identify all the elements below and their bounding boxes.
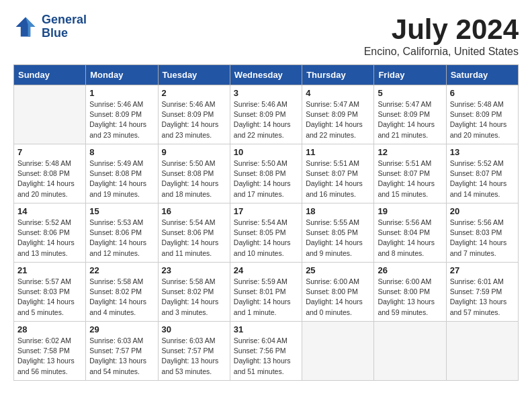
day-number: 16	[162, 206, 226, 216]
calendar-cell: 12Sunrise: 5:51 AM Sunset: 8:07 PM Dayli…	[374, 144, 446, 203]
day-number: 15	[89, 206, 154, 216]
calendar-cell: 31Sunrise: 6:04 AM Sunset: 7:56 PM Dayli…	[230, 322, 302, 381]
calendar-cell: 19Sunrise: 5:56 AM Sunset: 8:04 PM Dayli…	[374, 203, 446, 263]
calendar-cell: 23Sunrise: 5:58 AM Sunset: 8:02 PM Dayli…	[158, 263, 230, 322]
day-info: Sunrise: 5:47 AM Sunset: 8:09 PM Dayligh…	[378, 99, 442, 140]
week-row-4: 21Sunrise: 5:57 AM Sunset: 8:03 PM Dayli…	[14, 263, 519, 322]
day-info: Sunrise: 5:52 AM Sunset: 8:07 PM Dayligh…	[450, 158, 515, 199]
calendar-cell: 4Sunrise: 5:47 AM Sunset: 8:09 PM Daylig…	[302, 85, 374, 144]
day-number: 26	[378, 265, 442, 275]
calendar-cell: 10Sunrise: 5:50 AM Sunset: 8:08 PM Dayli…	[230, 144, 302, 203]
day-number: 3	[234, 88, 298, 98]
day-number: 31	[234, 324, 298, 334]
day-number: 18	[306, 206, 370, 216]
calendar-cell: 25Sunrise: 6:00 AM Sunset: 8:00 PM Dayli…	[302, 263, 374, 322]
weekday-header-tuesday: Tuesday	[158, 65, 230, 85]
day-number: 27	[450, 265, 515, 275]
day-info: Sunrise: 5:50 AM Sunset: 8:08 PM Dayligh…	[162, 158, 226, 199]
weekday-header-monday: Monday	[86, 65, 158, 85]
day-number: 21	[17, 265, 82, 275]
day-info: Sunrise: 5:48 AM Sunset: 8:09 PM Dayligh…	[450, 99, 515, 140]
calendar: SundayMondayTuesdayWednesdayThursdayFrid…	[13, 64, 519, 381]
weekday-header-wednesday: Wednesday	[230, 65, 302, 85]
week-row-3: 14Sunrise: 5:52 AM Sunset: 8:06 PM Dayli…	[14, 203, 519, 263]
day-info: Sunrise: 5:53 AM Sunset: 8:06 PM Dayligh…	[89, 218, 154, 259]
day-info: Sunrise: 5:55 AM Sunset: 8:05 PM Dayligh…	[306, 218, 370, 259]
calendar-cell: 30Sunrise: 6:03 AM Sunset: 7:57 PM Dayli…	[158, 322, 230, 381]
day-info: Sunrise: 5:54 AM Sunset: 8:06 PM Dayligh…	[162, 218, 226, 259]
day-info: Sunrise: 6:00 AM Sunset: 8:00 PM Dayligh…	[378, 277, 442, 318]
location: Encino, California, United States	[364, 46, 519, 58]
day-info: Sunrise: 6:01 AM Sunset: 7:59 PM Dayligh…	[450, 277, 515, 318]
day-info: Sunrise: 5:57 AM Sunset: 8:03 PM Dayligh…	[17, 277, 82, 318]
day-info: Sunrise: 5:59 AM Sunset: 8:01 PM Dayligh…	[234, 277, 298, 318]
calendar-cell: 24Sunrise: 5:59 AM Sunset: 8:01 PM Dayli…	[230, 263, 302, 322]
day-number: 22	[89, 265, 154, 275]
day-info: Sunrise: 6:00 AM Sunset: 8:00 PM Dayligh…	[306, 277, 370, 318]
day-number: 8	[89, 147, 154, 157]
day-info: Sunrise: 5:51 AM Sunset: 8:07 PM Dayligh…	[306, 158, 370, 199]
day-number: 28	[17, 324, 82, 334]
month-title: July 2024	[364, 13, 519, 46]
calendar-cell: 20Sunrise: 5:56 AM Sunset: 8:03 PM Dayli…	[446, 203, 518, 263]
week-row-1: 1Sunrise: 5:46 AM Sunset: 8:09 PM Daylig…	[14, 85, 519, 144]
calendar-cell: 13Sunrise: 5:52 AM Sunset: 8:07 PM Dayli…	[446, 144, 518, 203]
day-info: Sunrise: 5:58 AM Sunset: 8:02 PM Dayligh…	[89, 277, 154, 318]
calendar-cell: 22Sunrise: 5:58 AM Sunset: 8:02 PM Dayli…	[86, 263, 158, 322]
day-number: 7	[17, 147, 82, 157]
calendar-cell: 11Sunrise: 5:51 AM Sunset: 8:07 PM Dayli…	[302, 144, 374, 203]
day-info: Sunrise: 5:56 AM Sunset: 8:04 PM Dayligh…	[378, 218, 442, 259]
day-info: Sunrise: 5:52 AM Sunset: 8:06 PM Dayligh…	[17, 218, 82, 259]
day-number: 30	[162, 324, 226, 334]
day-info: Sunrise: 5:46 AM Sunset: 8:09 PM Dayligh…	[162, 99, 226, 140]
calendar-cell: 3Sunrise: 5:46 AM Sunset: 8:09 PM Daylig…	[230, 85, 302, 144]
calendar-cell: 26Sunrise: 6:00 AM Sunset: 8:00 PM Dayli…	[374, 263, 446, 322]
weekday-header-sunday: Sunday	[14, 65, 86, 85]
day-number: 6	[450, 88, 515, 98]
calendar-cell: 29Sunrise: 6:03 AM Sunset: 7:57 PM Dayli…	[86, 322, 158, 381]
calendar-cell: 8Sunrise: 5:49 AM Sunset: 8:08 PM Daylig…	[86, 144, 158, 203]
day-info: Sunrise: 5:58 AM Sunset: 8:02 PM Dayligh…	[162, 277, 226, 318]
calendar-cell	[446, 322, 518, 381]
day-info: Sunrise: 5:46 AM Sunset: 8:09 PM Dayligh…	[89, 99, 154, 140]
logo: General Blue	[13, 13, 87, 40]
weekday-header-thursday: Thursday	[302, 65, 374, 85]
day-info: Sunrise: 5:47 AM Sunset: 8:09 PM Dayligh…	[306, 99, 370, 140]
calendar-cell: 21Sunrise: 5:57 AM Sunset: 8:03 PM Dayli…	[14, 263, 86, 322]
day-number: 14	[17, 206, 82, 216]
title-block: July 2024 Encino, California, United Sta…	[364, 13, 519, 58]
day-number: 9	[162, 147, 226, 157]
day-number: 4	[306, 88, 370, 98]
day-number: 20	[450, 206, 515, 216]
calendar-cell: 9Sunrise: 5:50 AM Sunset: 8:08 PM Daylig…	[158, 144, 230, 203]
calendar-cell	[374, 322, 446, 381]
calendar-cell: 28Sunrise: 6:02 AM Sunset: 7:58 PM Dayli…	[14, 322, 86, 381]
day-number: 12	[378, 147, 442, 157]
calendar-cell: 14Sunrise: 5:52 AM Sunset: 8:06 PM Dayli…	[14, 203, 86, 263]
day-number: 11	[306, 147, 370, 157]
day-number: 23	[162, 265, 226, 275]
calendar-cell	[14, 85, 86, 144]
calendar-cell: 5Sunrise: 5:47 AM Sunset: 8:09 PM Daylig…	[374, 85, 446, 144]
day-number: 17	[234, 206, 298, 216]
day-number: 25	[306, 265, 370, 275]
day-info: Sunrise: 5:49 AM Sunset: 8:08 PM Dayligh…	[89, 158, 154, 199]
day-info: Sunrise: 5:56 AM Sunset: 8:03 PM Dayligh…	[450, 218, 515, 259]
day-info: Sunrise: 6:03 AM Sunset: 7:57 PM Dayligh…	[89, 336, 154, 377]
day-info: Sunrise: 6:04 AM Sunset: 7:56 PM Dayligh…	[234, 336, 298, 377]
day-number: 1	[89, 88, 154, 98]
day-number: 10	[234, 147, 298, 157]
calendar-cell: 1Sunrise: 5:46 AM Sunset: 8:09 PM Daylig…	[86, 85, 158, 144]
weekday-header-friday: Friday	[374, 65, 446, 85]
day-info: Sunrise: 5:51 AM Sunset: 8:07 PM Dayligh…	[378, 158, 442, 199]
calendar-cell: 18Sunrise: 5:55 AM Sunset: 8:05 PM Dayli…	[302, 203, 374, 263]
day-number: 2	[162, 88, 226, 98]
calendar-cell: 27Sunrise: 6:01 AM Sunset: 7:59 PM Dayli…	[446, 263, 518, 322]
day-number: 5	[378, 88, 442, 98]
day-info: Sunrise: 6:02 AM Sunset: 7:58 PM Dayligh…	[17, 336, 82, 377]
day-number: 19	[378, 206, 442, 216]
day-info: Sunrise: 5:48 AM Sunset: 8:08 PM Dayligh…	[17, 158, 82, 199]
calendar-cell: 16Sunrise: 5:54 AM Sunset: 8:06 PM Dayli…	[158, 203, 230, 263]
day-info: Sunrise: 5:46 AM Sunset: 8:09 PM Dayligh…	[234, 99, 298, 140]
day-number: 24	[234, 265, 298, 275]
